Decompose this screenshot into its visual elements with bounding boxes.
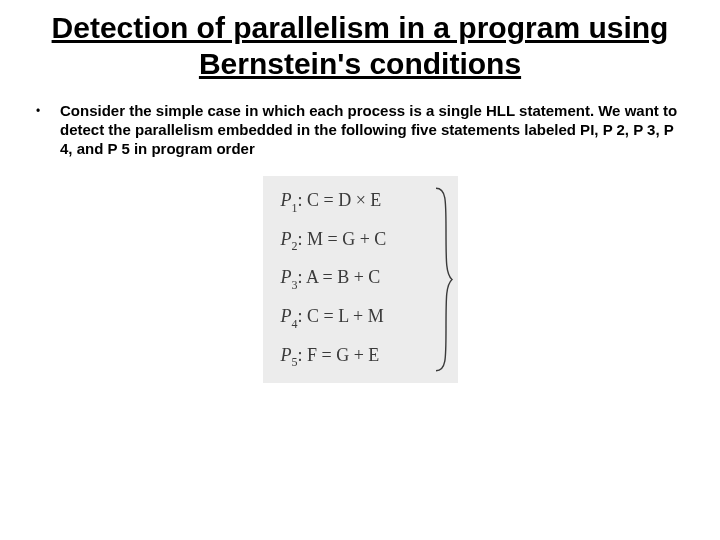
equation-p5: P5: F = G + E: [281, 345, 450, 370]
equation-p1: P1: C = D × E: [281, 190, 450, 215]
equations-box: P1: C = D × E P2: M = G + C P3: A = B + …: [263, 176, 458, 383]
equations-container: P1: C = D × E P2: M = G + C P3: A = B + …: [0, 176, 720, 383]
equation-p2: P2: M = G + C: [281, 229, 450, 254]
bullet-icon: •: [36, 102, 60, 118]
body-text: Consider the simple case in which each p…: [60, 102, 684, 158]
equation-p3: P3: A = B + C: [281, 267, 450, 292]
curly-brace-icon: [432, 186, 454, 373]
page-title: Detection of parallelism in a program us…: [0, 0, 720, 82]
equation-list: P1: C = D × E P2: M = G + C P3: A = B + …: [281, 190, 450, 369]
equation-p4: P4: C = L + M: [281, 306, 450, 331]
bullet-row: • Consider the simple case in which each…: [0, 82, 720, 158]
